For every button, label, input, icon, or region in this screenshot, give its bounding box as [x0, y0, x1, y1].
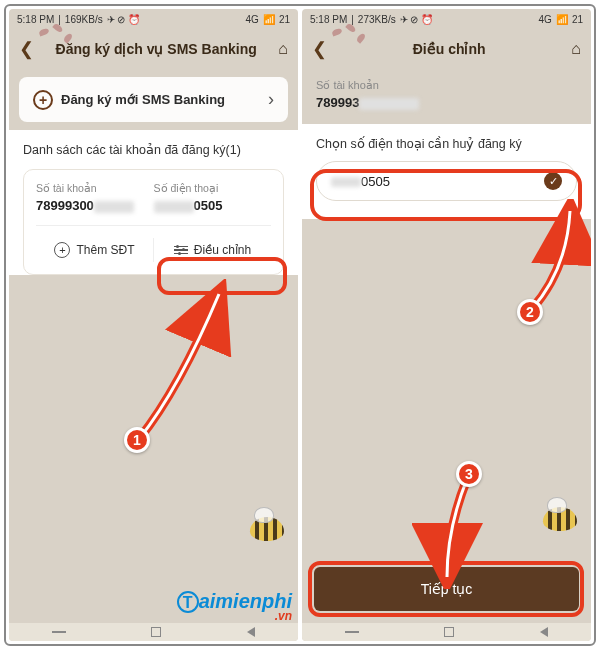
- section-title: Danh sách các tài khoản đã đăng ký(1): [23, 142, 284, 157]
- badge-1: 1: [124, 427, 150, 453]
- accounts-section: Danh sách các tài khoản đã đăng ký(1) Số…: [9, 130, 298, 275]
- back-icon[interactable]: ❮: [312, 38, 327, 60]
- status-speed: 273KB/s: [358, 14, 396, 25]
- android-navbar: [9, 623, 298, 641]
- highlight-adjust: [157, 257, 287, 295]
- account-number-value: 789993: [316, 95, 577, 110]
- adjust-label: Điều chỉnh: [194, 243, 251, 257]
- account-header: Số tài khoản 789993: [302, 69, 591, 116]
- highlight-select: [310, 169, 582, 221]
- back-icon[interactable]: ❮: [19, 38, 34, 60]
- status-time: 5:18 PM: [310, 14, 347, 25]
- plus-circle-icon: +: [54, 242, 70, 258]
- page-title: Điều chỉnh: [327, 41, 571, 57]
- badge-2: 2: [517, 299, 543, 325]
- bee-decoration: [250, 517, 284, 541]
- select-phone-title: Chọn số điện thoại cần huỷ đăng ký: [316, 136, 577, 151]
- register-new-label: Đăng ký mới SMS Banking: [61, 92, 268, 107]
- status-battery: 21: [279, 14, 290, 25]
- nav-recent-icon[interactable]: [52, 631, 66, 633]
- add-phone-button[interactable]: + Thêm SĐT: [36, 238, 153, 262]
- account-number-value: 78999300: [36, 198, 154, 213]
- nav-home-icon[interactable]: [444, 627, 454, 637]
- status-battery: 21: [572, 14, 583, 25]
- register-new-card[interactable]: + Đăng ký mới SMS Banking ›: [19, 77, 288, 122]
- account-number-label: Số tài khoản: [316, 79, 577, 92]
- home-icon[interactable]: ⌂: [278, 40, 288, 58]
- phone-number-value: 0505: [154, 198, 272, 213]
- status-net: 4G: [539, 14, 552, 25]
- account-number-label: Số tài khoản: [36, 182, 154, 194]
- home-icon[interactable]: ⌂: [571, 40, 581, 58]
- plus-icon: +: [33, 90, 53, 110]
- android-navbar: [302, 623, 591, 641]
- status-net: 4G: [246, 14, 259, 25]
- nav-recent-icon[interactable]: [345, 631, 359, 633]
- app-header: ❮ Điều chỉnh ⌂: [302, 29, 591, 69]
- nav-back-icon[interactable]: [247, 627, 255, 637]
- add-phone-label: Thêm SĐT: [76, 243, 134, 257]
- highlight-continue: [308, 561, 584, 617]
- phone-screen-right: 5:18 PM | 273KB/s ✈ ⊘ ⏰ 4G 📶 21 ❮ Điều c…: [302, 9, 591, 641]
- chevron-right-icon: ›: [268, 89, 274, 110]
- bee-decoration: [543, 507, 577, 531]
- badge-3: 3: [456, 461, 482, 487]
- arrow-1: [119, 279, 239, 449]
- page-title: Đăng ký dịch vụ SMS Banking: [34, 41, 278, 57]
- nav-home-icon[interactable]: [151, 627, 161, 637]
- phone-number-label: Số điện thoại: [154, 182, 272, 194]
- status-speed: 169KB/s: [65, 14, 103, 25]
- watermark: Taimienphi .vn: [177, 590, 292, 623]
- status-time: 5:18 PM: [17, 14, 54, 25]
- nav-back-icon[interactable]: [540, 627, 548, 637]
- app-header: ❮ Đăng ký dịch vụ SMS Banking ⌂: [9, 29, 298, 69]
- adjust-icon: [174, 246, 188, 255]
- phone-screen-left: 5:18 PM | 169KB/s ✈ ⊘ ⏰ 4G 📶 21 ❮ Đăng k…: [9, 9, 298, 641]
